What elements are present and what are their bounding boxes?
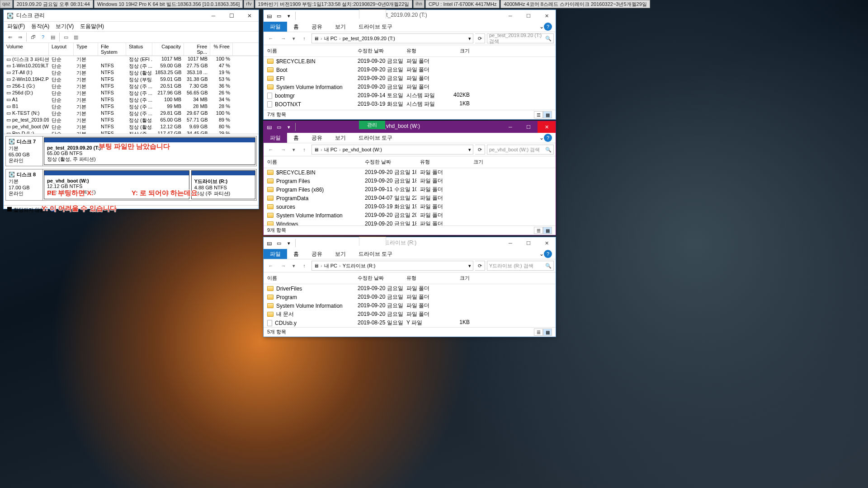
up-button[interactable]: ↑ xyxy=(299,33,310,44)
tab-drive-tools[interactable]: 드라이브 도구 xyxy=(352,133,399,143)
col-name[interactable]: 이름 xyxy=(264,47,354,55)
file-list[interactable]: DriverFiles2019-09-20 금요일 2...파일 폴더Progr… xyxy=(264,284,556,327)
help-icon[interactable]: ? xyxy=(544,250,552,258)
list-item[interactable]: System Volume Information2019-09-20 금요일 … xyxy=(264,211,556,220)
tab-view[interactable]: 보기 xyxy=(329,249,352,259)
col-type[interactable]: Type xyxy=(74,43,98,56)
list-item[interactable]: sources2019-03-19 화요일 19:08파일 폴더 xyxy=(264,202,556,211)
help-icon[interactable]: ? xyxy=(544,134,552,142)
tab-share[interactable]: 공유 xyxy=(305,249,329,259)
props-icon[interactable]: ▤ xyxy=(48,33,57,42)
disk-7-row[interactable]: 💽디스크 7 기본 65.00 GB 온라인 pe_test_2019.09.2… xyxy=(5,136,257,166)
search-input[interactable]: pe_test_2019.09.20 (T:) 검색🔍 xyxy=(487,33,554,43)
history-button[interactable]: ▾ xyxy=(291,144,297,155)
tab-home[interactable]: 홈 xyxy=(287,22,305,32)
menu-file[interactable]: 파일(F) xyxy=(7,23,25,30)
icons-view-button[interactable]: ▦ xyxy=(543,111,552,118)
minimize-button[interactable]: ─ xyxy=(501,237,519,249)
details-view-button[interactable]: ☰ xyxy=(534,111,543,118)
search-input[interactable]: Y드라이브 (R:) 검색🔍 xyxy=(487,261,554,271)
search-input[interactable]: pe_vhd_boot (W:) 검색🔍 xyxy=(487,145,554,155)
dropdown-icon[interactable]: ▾ xyxy=(468,263,471,269)
list-item[interactable]: EFI2019-09-20 금요일 1...파일 폴더 xyxy=(264,74,556,83)
help-icon[interactable]: ? xyxy=(38,33,47,42)
breadcrumb[interactable]: 🖥› 내 PC› pe_vhd_boot (W:) ▾ xyxy=(311,145,473,155)
column-headers[interactable]: 이름 수정한 날짜 유형 크기 xyxy=(264,45,556,57)
close-button[interactable]: ✕ xyxy=(538,10,556,22)
table-row[interactable]: ▭ (디스크 3 파티션 1)단순기본정상 (EFI ...1017 MB101… xyxy=(4,56,259,63)
list-item[interactable]: Program Files (x86)2019-09-11 수요일 10:10파… xyxy=(264,185,556,194)
refresh-button[interactable]: ⟳ xyxy=(475,145,485,155)
manage-tab[interactable]: 관리 xyxy=(359,121,385,129)
expand-ribbon-icon[interactable]: ⌄ xyxy=(539,23,544,30)
tab-share[interactable]: 공유 xyxy=(305,22,329,32)
dropdown-icon[interactable]: ▾ xyxy=(468,36,471,42)
icons-view-button[interactable]: ▦ xyxy=(543,328,552,336)
refresh-button[interactable]: ⟳ xyxy=(475,261,485,271)
col-name[interactable]: 이름 xyxy=(264,158,361,166)
tab-file[interactable]: 파일 xyxy=(264,133,287,143)
explorer-window-w[interactable]: 🖴 ▭ ▾ 관리 pe_vhd_boot (W:) ─ ☐ ✕ 파일 홈 공유 … xyxy=(263,121,556,235)
qat-chevron-icon[interactable]: ▾ xyxy=(285,123,292,131)
tab-drive-tools[interactable]: 드라이브 도구 xyxy=(352,249,399,259)
col-type[interactable]: 유형 xyxy=(416,158,455,166)
icons-view-button[interactable]: ▦ xyxy=(543,227,552,234)
menu-help[interactable]: 도움말(H) xyxy=(80,23,104,30)
back-icon[interactable]: ⇐ xyxy=(5,33,14,42)
tab-drive-tools[interactable]: 드라이브 도구 xyxy=(352,22,399,32)
tab-share[interactable]: 공유 xyxy=(305,133,329,143)
close-button[interactable]: ✕ xyxy=(538,121,556,133)
list-item[interactable]: DriverFiles2019-09-20 금요일 2...파일 폴더 xyxy=(264,284,556,293)
list-item[interactable]: 내 문서2019-09-20 금요일 2...파일 폴더 xyxy=(264,310,556,319)
list-item[interactable]: Boot2019-09-20 금요일 1...파일 폴더 xyxy=(264,66,556,74)
col-volume[interactable]: Volume xyxy=(4,43,49,56)
disk-8-partition-2[interactable]: Y드라이브 (R:) 4.88 GB NTFS 정상 (주 파티션) xyxy=(191,170,255,199)
col-capacity[interactable]: Capacity xyxy=(152,43,184,56)
table-row[interactable]: ▭ pe_vhd_boot (W:)단순기본NTFS정상 (활성...12.12… xyxy=(4,124,259,131)
maximize-button[interactable]: ☐ xyxy=(519,121,538,133)
list-item[interactable]: $RECYCLE.BIN2019-09-20 금요일 1...파일 폴더 xyxy=(264,57,556,66)
refresh-button[interactable]: ⟳ xyxy=(475,33,485,43)
tab-view[interactable]: 보기 xyxy=(329,22,352,32)
minimize-button[interactable]: ─ xyxy=(501,121,519,133)
explorer-window-r[interactable]: 🖴 ▭ ▾ 관리 Y드라이브 (R:) ─ ☐ ✕ 파일 홈 공유 보기 드라이… xyxy=(263,237,556,337)
menu-action[interactable]: 동작(A) xyxy=(31,23,49,30)
col-date[interactable]: 수정한 날짜 xyxy=(354,274,403,282)
col-status[interactable]: Status xyxy=(126,43,152,56)
col-free[interactable]: Free Sp... xyxy=(184,43,210,56)
close-button[interactable]: ✕ xyxy=(538,237,556,249)
list-item[interactable]: BOOTNXT2019-03-19 화요일 1...시스템 파일1KB xyxy=(264,100,556,108)
manage-tab[interactable]: 관리 xyxy=(359,237,386,246)
table-row[interactable]: ▭ Pro-D (L:)단순기본NTFS정상 (주 ...117.47 GB34… xyxy=(4,131,259,134)
list-icon[interactable]: ▭ xyxy=(61,33,71,42)
history-button[interactable]: ▾ xyxy=(291,260,297,271)
back-button[interactable]: ← xyxy=(265,33,276,44)
table-row[interactable]: ▭ K-TEST (N:)단순기본NTFS정상 (주 ...29.81 GB29… xyxy=(4,110,259,117)
tab-file[interactable]: 파일 xyxy=(264,22,287,32)
table-row[interactable]: ▭ 1-Win10.2019LTS...단순기본NTFS정상 (주 ...59.… xyxy=(4,63,259,70)
details-view-button[interactable]: ☰ xyxy=(534,227,543,234)
col-size[interactable]: 크기 xyxy=(442,47,473,55)
dropdown-icon[interactable]: ▾ xyxy=(468,147,471,153)
details-view-button[interactable]: ☰ xyxy=(534,328,543,336)
table-row[interactable]: ▭ B1단순기본NTFS정상 (주 ...99 MB28 MB28 % xyxy=(4,103,259,110)
list-item[interactable]: Windows2019-09-20 금요일 18:57파일 폴더 xyxy=(264,220,556,225)
col-pctfree[interactable]: % Free xyxy=(210,43,233,56)
qat-chevron-icon[interactable]: ▾ xyxy=(285,12,292,19)
disk-7-partition[interactable]: pe_test_2019.09.20 (T:) 65.00 GB NTFS 정상… xyxy=(44,137,255,165)
table-row[interactable]: ▭ pe_test_2019.09.2...단순기본NTFS정상 (활성...6… xyxy=(4,117,259,124)
qat-chevron-icon[interactable]: ▾ xyxy=(285,239,292,247)
col-date[interactable]: 수정한 날짜 xyxy=(361,158,416,166)
list-item[interactable]: Program2019-09-20 금요일 2...파일 폴더 xyxy=(264,293,556,301)
col-date[interactable]: 수정한 날짜 xyxy=(354,47,403,55)
up-button[interactable]: ↑ xyxy=(299,144,310,155)
col-size[interactable]: 크기 xyxy=(455,158,487,166)
refresh-icon[interactable]: 🗗 xyxy=(28,33,38,42)
list-item[interactable]: bootmgr2019-09-14 토요일 0...시스템 파일402KB xyxy=(264,91,556,100)
disk-management-window[interactable]: 💽 디스크 관리 ─ ☐ ✕ 파일(F) 동작(A) 보기(V) 도움말(H) … xyxy=(3,9,259,209)
forward-button[interactable]: → xyxy=(278,260,289,271)
tab-view[interactable]: 보기 xyxy=(329,133,352,143)
table-row[interactable]: ▭ 2-Win10.19H2.PR...단순기본NTFS정상 (부팅...59.… xyxy=(4,76,259,83)
list-item[interactable]: $RECYCLE.BIN2019-09-20 금요일 18:57파일 폴더 xyxy=(264,168,556,177)
forward-button[interactable]: → xyxy=(278,33,289,44)
